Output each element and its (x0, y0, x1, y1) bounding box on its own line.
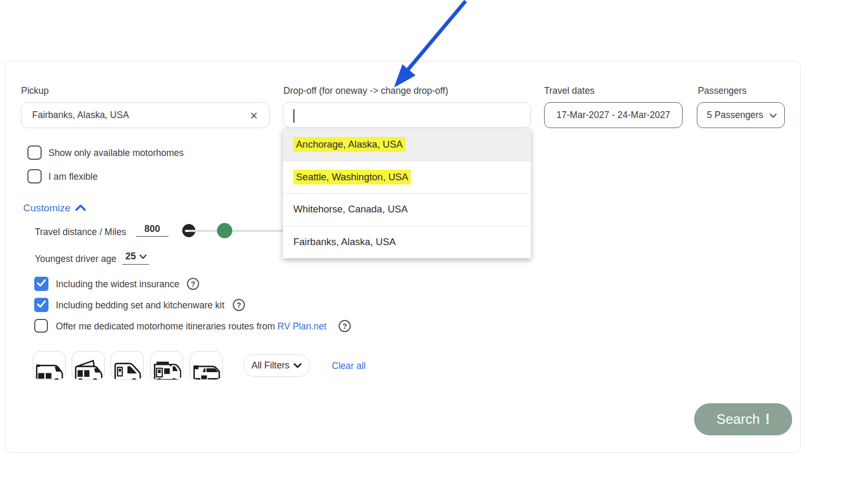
pop-top-campervan-icon[interactable] (72, 351, 105, 380)
pickup-label: Pickup (21, 85, 49, 96)
driver-age-select[interactable]: 25 (122, 251, 149, 265)
itineraries-label: Offer me dedicated motorhome itineraries… (56, 321, 327, 332)
close-icon[interactable]: × (247, 109, 261, 123)
distance-slider-track[interactable] (189, 230, 284, 232)
show-available-checkbox[interactable] (27, 145, 42, 160)
travel-dates-input[interactable]: 17-Mar-2027 - 24-Mar-2027 (544, 102, 683, 128)
search-label: Search (716, 411, 760, 427)
bedding-label: Including bedding set and kitchenware ki… (56, 300, 224, 311)
driver-age-value: 25 (125, 251, 136, 262)
flexible-label: I am flexible (48, 171, 97, 182)
passengers-label: Passengers (698, 85, 746, 96)
dropoff-suggestions: Anchorage, Alaska, USA Seattle, Washingt… (283, 129, 531, 258)
all-filters-button[interactable]: All Filters (243, 354, 310, 377)
dropoff-label: Drop-off (for oneway -> change drop-off) (283, 85, 448, 96)
insurance-label: Including the widest insurance (56, 279, 179, 290)
check-icon (37, 300, 46, 310)
suggestion-text: Whitehorse, Canada, USA (293, 203, 408, 215)
alcove-motorhome-icon[interactable] (150, 351, 183, 380)
pickup-value: Fairbanks, Alaska, USA (32, 110, 129, 121)
help-icon[interactable]: ? (233, 299, 245, 311)
chevron-down-icon (139, 252, 147, 261)
chevron-down-icon (293, 360, 302, 371)
suggestion-fairbanks[interactable]: Fairbanks, Alaska, USA (283, 226, 531, 259)
all-filters-label: All Filters (252, 360, 290, 371)
chevron-up-icon (75, 202, 86, 214)
a-class-motorhome-icon[interactable] (190, 351, 223, 380)
travel-dates-label: Travel dates (544, 85, 595, 96)
suggestion-anchorage[interactable]: Anchorage, Alaska, USA (283, 129, 531, 161)
pickup-input[interactable]: Fairbanks, Alaska, USA × (21, 102, 270, 128)
insurance-checkbox[interactable] (34, 277, 48, 291)
distance-slider-handle[interactable] (217, 223, 232, 238)
itineraries-label-text: Offer me dedicated motorhome itineraries… (56, 321, 275, 332)
suggestion-whitehorse[interactable]: Whitehorse, Canada, USA (283, 193, 531, 226)
travel-dates-value: 17-Mar-2027 - 24-Mar-2027 (557, 110, 670, 121)
customize-toggle[interactable]: Customize (23, 202, 86, 214)
suggestion-text: Anchorage, Alaska, USA (293, 137, 406, 152)
search-exclamation: ! (765, 411, 770, 427)
passengers-value: 5 Passengers (707, 110, 763, 121)
chevron-down-icon (770, 110, 777, 121)
help-icon[interactable]: ? (339, 320, 351, 332)
search-button[interactable]: Search ! (694, 403, 792, 435)
suggestion-seattle[interactable]: Seattle, Washington, USA (283, 161, 531, 194)
dropoff-input[interactable] (283, 102, 531, 128)
flexible-checkbox[interactable] (27, 169, 42, 183)
passengers-select[interactable]: 5 Passengers (697, 102, 785, 128)
rv-plan-link[interactable]: RV Plan.net (278, 321, 327, 332)
campervan-icon[interactable] (33, 351, 66, 380)
suggestion-text: Fairbanks, Alaska, USA (293, 236, 396, 248)
customize-label: Customize (23, 202, 71, 214)
help-icon[interactable]: ? (187, 278, 199, 290)
semi-integrated-motorhome-icon[interactable] (111, 351, 144, 380)
driver-age-label: Youngest driver age (35, 254, 116, 265)
text-cursor (293, 109, 294, 123)
show-available-label: Show only available motorhomes (48, 148, 184, 159)
travel-distance-label: Travel distance / Miles (35, 227, 126, 238)
suggestion-text: Seattle, Washington, USA (293, 170, 411, 184)
bedding-checkbox[interactable] (34, 298, 48, 312)
clear-all-link[interactable]: Clear all (332, 361, 366, 372)
travel-distance-input[interactable]: 800 (136, 223, 169, 237)
itineraries-checkbox[interactable] (34, 319, 48, 333)
check-icon (37, 279, 46, 289)
